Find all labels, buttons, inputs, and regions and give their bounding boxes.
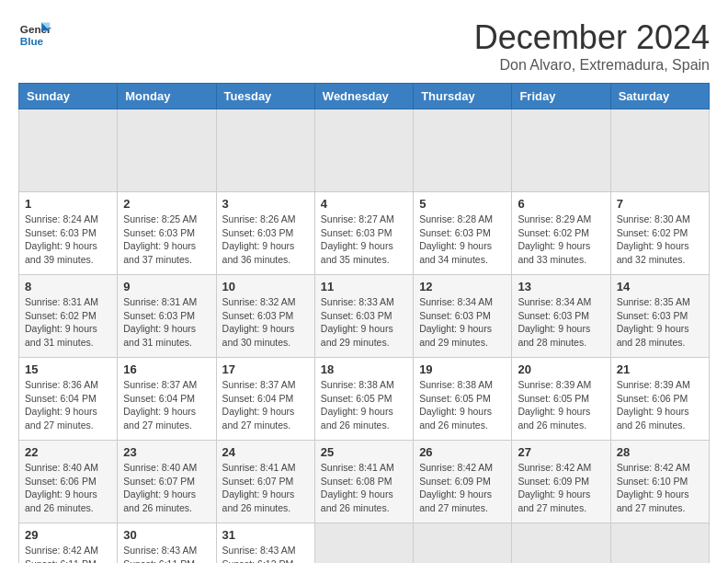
page-header: General Blue December 2024 Don Alvaro, E…: [18, 18, 710, 74]
day-number: 18: [321, 362, 407, 376]
day-of-week-header: Tuesday: [216, 84, 314, 109]
calendar-week-row: 1Sunrise: 8:24 AMSunset: 6:03 PMDaylight…: [19, 192, 710, 275]
calendar-day-cell: 25Sunrise: 8:41 AMSunset: 6:08 PMDayligh…: [314, 441, 413, 523]
day-info: Sunrise: 8:39 AMSunset: 6:05 PMDaylight:…: [518, 378, 604, 432]
calendar-day-cell: 29Sunrise: 8:42 AMSunset: 6:11 PMDayligh…: [19, 523, 118, 564]
day-info: Sunrise: 8:38 AMSunset: 6:05 PMDaylight:…: [419, 378, 506, 432]
day-number: 1: [25, 197, 111, 211]
calendar-day-cell: 31Sunrise: 8:43 AMSunset: 6:12 PMDayligh…: [216, 523, 314, 564]
svg-text:Blue: Blue: [20, 35, 44, 47]
day-info: Sunrise: 8:43 AMSunset: 6:11 PMDaylight:…: [123, 544, 210, 563]
calendar-day-cell: [512, 523, 610, 564]
day-number: 4: [321, 197, 407, 211]
calendar-week-row: [19, 109, 710, 192]
day-info: Sunrise: 8:37 AMSunset: 6:04 PMDaylight:…: [222, 378, 309, 432]
day-info: Sunrise: 8:38 AMSunset: 6:05 PMDaylight:…: [321, 378, 407, 432]
day-number: 16: [123, 362, 210, 376]
day-info: Sunrise: 8:30 AMSunset: 6:02 PMDaylight:…: [617, 213, 703, 267]
day-of-week-header: Friday: [512, 84, 610, 109]
calendar-day-cell: 4Sunrise: 8:27 AMSunset: 6:03 PMDaylight…: [314, 192, 413, 275]
day-info: Sunrise: 8:36 AMSunset: 6:04 PMDaylight:…: [25, 378, 111, 432]
calendar-week-row: 15Sunrise: 8:36 AMSunset: 6:04 PMDayligh…: [19, 358, 710, 441]
calendar-day-cell: [414, 523, 512, 564]
day-number: 29: [25, 528, 111, 542]
day-number: 19: [419, 362, 506, 376]
day-info: Sunrise: 8:43 AMSunset: 6:12 PMDaylight:…: [222, 544, 309, 563]
calendar-day-cell: [512, 109, 610, 192]
calendar-day-cell: [118, 109, 216, 192]
calendar-day-cell: 2Sunrise: 8:25 AMSunset: 6:03 PMDaylight…: [118, 192, 216, 275]
logo-icon: General Blue: [18, 18, 51, 52]
calendar-day-cell: [610, 523, 709, 564]
calendar-day-cell: 11Sunrise: 8:33 AMSunset: 6:03 PMDayligh…: [314, 275, 413, 358]
day-info: Sunrise: 8:31 AMSunset: 6:03 PMDaylight:…: [123, 295, 210, 350]
day-info: Sunrise: 8:37 AMSunset: 6:04 PMDaylight:…: [123, 378, 210, 432]
title-section: December 2024 Don Alvaro, Extremadura, S…: [474, 18, 710, 74]
day-number: 26: [419, 445, 506, 459]
day-of-week-header: Thursday: [414, 84, 512, 109]
day-number: 3: [222, 197, 309, 211]
day-info: Sunrise: 8:27 AMSunset: 6:03 PMDaylight:…: [321, 213, 407, 267]
location: Don Alvaro, Extremadura, Spain: [474, 57, 710, 74]
day-number: 20: [518, 362, 604, 376]
day-number: 13: [518, 280, 604, 293]
day-number: 21: [617, 362, 703, 376]
day-info: Sunrise: 8:42 AMSunset: 6:10 PMDaylight:…: [617, 461, 703, 515]
calendar-day-cell: [216, 109, 314, 192]
calendar-day-cell: 28Sunrise: 8:42 AMSunset: 6:10 PMDayligh…: [610, 441, 709, 523]
day-info: Sunrise: 8:29 AMSunset: 6:02 PMDaylight:…: [518, 213, 604, 267]
day-number: 25: [321, 445, 407, 459]
day-number: 11: [321, 280, 407, 293]
calendar-day-cell: 10Sunrise: 8:32 AMSunset: 6:03 PMDayligh…: [216, 275, 314, 358]
day-of-week-header: Saturday: [610, 84, 709, 109]
calendar-day-cell: 26Sunrise: 8:42 AMSunset: 6:09 PMDayligh…: [414, 441, 512, 523]
calendar-day-cell: 21Sunrise: 8:39 AMSunset: 6:06 PMDayligh…: [610, 358, 709, 441]
calendar-day-cell: 7Sunrise: 8:30 AMSunset: 6:02 PMDaylight…: [610, 192, 709, 275]
day-info: Sunrise: 8:39 AMSunset: 6:06 PMDaylight:…: [617, 378, 703, 432]
calendar-week-row: 8Sunrise: 8:31 AMSunset: 6:02 PMDaylight…: [19, 275, 710, 358]
calendar-day-cell: [314, 523, 413, 564]
day-number: 2: [123, 197, 210, 211]
calendar-day-cell: 12Sunrise: 8:34 AMSunset: 6:03 PMDayligh…: [414, 275, 512, 358]
day-info: Sunrise: 8:40 AMSunset: 6:07 PMDaylight:…: [123, 461, 210, 515]
calendar-day-cell: 9Sunrise: 8:31 AMSunset: 6:03 PMDaylight…: [118, 275, 216, 358]
day-info: Sunrise: 8:41 AMSunset: 6:07 PMDaylight:…: [222, 461, 309, 515]
day-number: 10: [222, 280, 309, 293]
day-info: Sunrise: 8:26 AMSunset: 6:03 PMDaylight:…: [222, 213, 309, 267]
day-info: Sunrise: 8:42 AMSunset: 6:11 PMDaylight:…: [25, 544, 111, 563]
month-title: December 2024: [474, 18, 710, 57]
day-number: 9: [123, 280, 210, 293]
day-info: Sunrise: 8:34 AMSunset: 6:03 PMDaylight:…: [518, 295, 604, 350]
calendar-day-cell: [610, 109, 709, 192]
day-number: 17: [222, 362, 309, 376]
calendar-header-row: SundayMondayTuesdayWednesdayThursdayFrid…: [19, 84, 710, 109]
logo: General Blue: [18, 18, 51, 52]
day-info: Sunrise: 8:25 AMSunset: 6:03 PMDaylight:…: [123, 213, 210, 267]
day-number: 15: [25, 362, 111, 376]
day-info: Sunrise: 8:34 AMSunset: 6:03 PMDaylight:…: [419, 295, 506, 350]
day-number: 6: [518, 197, 604, 211]
day-number: 7: [617, 197, 703, 211]
day-number: 8: [25, 280, 111, 293]
day-info: Sunrise: 8:42 AMSunset: 6:09 PMDaylight:…: [419, 461, 506, 515]
calendar-day-cell: 30Sunrise: 8:43 AMSunset: 6:11 PMDayligh…: [118, 523, 216, 564]
day-number: 5: [419, 197, 506, 211]
calendar-day-cell: 17Sunrise: 8:37 AMSunset: 6:04 PMDayligh…: [216, 358, 314, 441]
calendar-week-row: 29Sunrise: 8:42 AMSunset: 6:11 PMDayligh…: [19, 523, 710, 564]
calendar-day-cell: 23Sunrise: 8:40 AMSunset: 6:07 PMDayligh…: [118, 441, 216, 523]
day-number: 30: [123, 528, 210, 542]
day-of-week-header: Sunday: [19, 84, 118, 109]
day-number: 31: [222, 528, 309, 542]
calendar-day-cell: 27Sunrise: 8:42 AMSunset: 6:09 PMDayligh…: [512, 441, 610, 523]
day-info: Sunrise: 8:32 AMSunset: 6:03 PMDaylight:…: [222, 295, 309, 350]
calendar-day-cell: 3Sunrise: 8:26 AMSunset: 6:03 PMDaylight…: [216, 192, 314, 275]
calendar-day-cell: [19, 109, 118, 192]
calendar-day-cell: 24Sunrise: 8:41 AMSunset: 6:07 PMDayligh…: [216, 441, 314, 523]
day-number: 28: [617, 445, 703, 459]
day-info: Sunrise: 8:35 AMSunset: 6:03 PMDaylight:…: [617, 295, 703, 350]
calendar-day-cell: 14Sunrise: 8:35 AMSunset: 6:03 PMDayligh…: [610, 275, 709, 358]
day-number: 14: [617, 280, 703, 293]
day-info: Sunrise: 8:42 AMSunset: 6:09 PMDaylight:…: [518, 461, 604, 515]
calendar-day-cell: 22Sunrise: 8:40 AMSunset: 6:06 PMDayligh…: [19, 441, 118, 523]
day-info: Sunrise: 8:28 AMSunset: 6:03 PMDaylight:…: [419, 213, 506, 267]
